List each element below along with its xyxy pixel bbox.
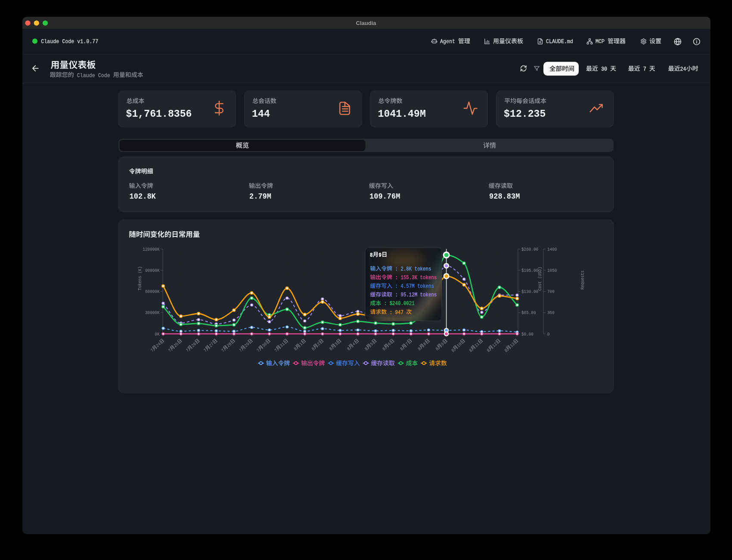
svg-text:: 95.12M tokens: : 95.12M tokens [392, 292, 437, 298]
svg-text:Claude Code: Claude Code [74, 72, 113, 79]
svg-text:MCP: MCP [596, 38, 608, 45]
svg-text:120000K: 120000K [143, 247, 160, 252]
svg-text:CLAUDE.md: CLAUDE.md [546, 38, 573, 45]
svg-text:102.8K: 102.8K [130, 192, 156, 201]
svg-text:: 4.57M tokens: : 4.57M tokens [392, 283, 434, 289]
svg-text:700: 700 [547, 289, 555, 294]
svg-text:30: 30 [598, 66, 610, 72]
svg-text:350: 350 [547, 310, 555, 315]
svg-text:$130.00: $130.00 [521, 289, 538, 294]
svg-text:30000K: 30000K [145, 310, 160, 315]
svg-text:60000K: 60000K [145, 289, 160, 294]
svg-text:1050: 1050 [547, 268, 557, 273]
svg-text:24: 24 [680, 66, 686, 72]
svg-text:0: 0 [547, 332, 550, 337]
svg-text:: 2.8K tokens: : 2.8K tokens [392, 266, 431, 272]
svg-text:Agent: Agent [440, 38, 458, 45]
svg-text:: 947: : 947 [387, 310, 406, 316]
svg-text:8: 8 [370, 252, 373, 258]
svg-text:2.79M: 2.79M [249, 192, 271, 201]
svg-text:Claude Code v1.0.77: Claude Code v1.0.77 [41, 38, 98, 45]
svg-text:109.76M: 109.76M [369, 192, 400, 201]
svg-text:1400: 1400 [547, 247, 557, 252]
svg-text:90000K: 90000K [145, 268, 160, 273]
svg-text:$12.235: $12.235 [504, 108, 546, 120]
svg-text:928.83M: 928.83M [489, 192, 520, 201]
svg-text:$260.00: $260.00 [521, 247, 538, 252]
svg-text:9: 9 [378, 252, 382, 258]
svg-text:Cost (USD): Cost (USD) [537, 267, 543, 291]
svg-text:$0.00: $0.00 [521, 332, 533, 337]
svg-text:$195.00: $195.00 [521, 268, 538, 273]
svg-text:144: 144 [252, 108, 270, 120]
svg-text:$65.00: $65.00 [521, 310, 536, 315]
svg-text:7: 7 [640, 66, 649, 72]
svg-text:: $240.0021: : $240.0021 [381, 301, 414, 307]
svg-text:Requests: Requests [580, 271, 585, 290]
svg-text:Claudia: Claudia [356, 20, 377, 26]
svg-text:$1,761.8356: $1,761.8356 [126, 108, 192, 120]
svg-text:Tokens (K): Tokens (K) [137, 266, 143, 290]
svg-text:: 155.3K tokens: : 155.3K tokens [392, 275, 437, 281]
svg-text:0K: 0K [155, 332, 160, 337]
svg-text:1041.49M: 1041.49M [378, 108, 426, 120]
